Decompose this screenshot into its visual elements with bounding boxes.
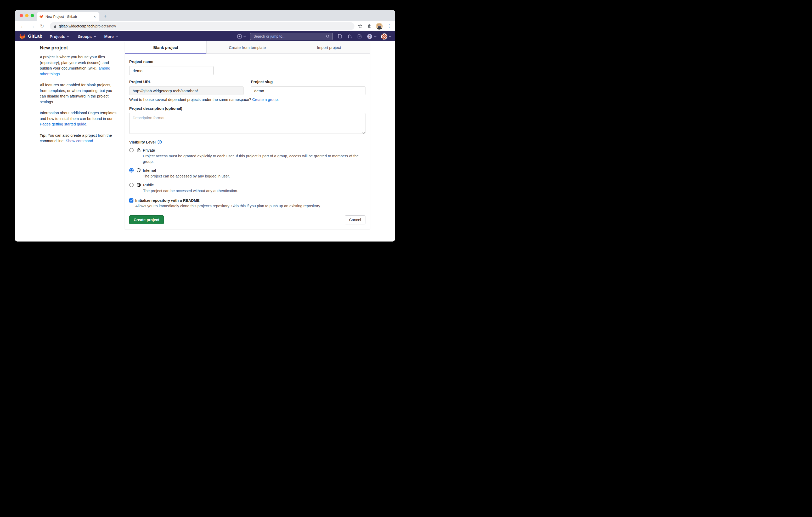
zoom-window-button[interactable]	[31, 14, 34, 17]
create-a-group-link[interactable]: Create a group.	[252, 97, 279, 102]
create-project-button[interactable]: Create project	[129, 215, 164, 224]
project-url-input[interactable]	[129, 86, 243, 95]
menu-projects[interactable]: Projects	[50, 34, 69, 39]
sidebar-p1-period: .	[60, 72, 61, 76]
chevron-down-icon	[374, 35, 377, 37]
visibility-level-header: Visibility Level ?	[129, 140, 366, 144]
project-url-label: Project URL	[129, 80, 243, 84]
description-group: Project description (optional)	[129, 107, 366, 135]
address-bar[interactable]: gitlab.widgetcorp.tech/projects/new	[50, 22, 354, 30]
browser-menu-kebab-icon[interactable]: ⋮	[387, 23, 392, 29]
new-tab-button[interactable]: +	[102, 13, 108, 19]
gitlab-navbar: GitLab Projects Groups More	[15, 31, 395, 41]
search-input[interactable]	[253, 34, 326, 39]
sidebar-p3-text: Information about additional Pages templ…	[40, 111, 116, 121]
sidebar-paragraph-1: A project is where you house your files …	[40, 54, 118, 77]
close-window-button[interactable]	[20, 14, 23, 17]
back-icon[interactable]: ←	[18, 24, 27, 29]
visibility-option-private[interactable]: Private Project access must be granted e…	[129, 148, 366, 164]
public-option-label: Public	[143, 182, 238, 187]
menu-groups-label: Groups	[78, 34, 92, 39]
project-slug-input[interactable]	[251, 86, 366, 95]
tab-import-project[interactable]: Import project	[288, 41, 370, 54]
form-actions: Create project Cancel	[129, 215, 366, 224]
url-lock-icon[interactable]	[53, 24, 57, 28]
sidebar-p3-period: .	[86, 122, 87, 126]
internal-radio[interactable]	[129, 168, 134, 173]
help-icon: ?	[367, 34, 373, 39]
screenshot-root: New Project · GitLab × + ← → ↻ gitlab.wi…	[0, 0, 406, 258]
visibility-help-icon[interactable]: ?	[157, 140, 162, 144]
menu-more[interactable]: More	[105, 34, 117, 39]
namespace-hint: Want to house several dependent projects…	[129, 97, 366, 102]
private-option-desc: Project access must be granted explicitl…	[143, 153, 362, 164]
browser-profile-avatar[interactable]	[376, 23, 383, 30]
project-slug-group: Project slug	[251, 80, 366, 95]
navbar-right-cluster: ?	[237, 31, 391, 41]
pages-guide-link[interactable]: Pages getting started guide	[40, 122, 86, 126]
sidebar-paragraph-2: All features are enabled for blank proje…	[40, 82, 118, 105]
project-description-textarea[interactable]	[129, 113, 366, 134]
blank-project-form: Project name Project URL Project slug Wa…	[125, 54, 370, 229]
user-menu[interactable]	[381, 33, 391, 40]
todos-icon[interactable]	[357, 34, 362, 39]
menu-more-label: More	[105, 34, 114, 39]
internal-option-label: Internal	[143, 168, 230, 173]
svg-text:?: ?	[369, 34, 371, 38]
public-option-desc: The project can be accessed without any …	[143, 188, 238, 194]
gitlab-brand[interactable]: GitLab	[19, 33, 42, 40]
global-search[interactable]	[250, 33, 333, 40]
visibility-level-label: Visibility Level	[129, 140, 156, 144]
readme-desc: Allows you to immediately clone this pro…	[135, 204, 366, 208]
url-path: /projects/new	[94, 24, 116, 28]
toolbar-right-icons: ⋮	[357, 23, 393, 30]
project-name-label: Project name	[129, 60, 366, 64]
bookmark-star-icon[interactable]	[357, 24, 362, 29]
chevron-down-icon	[67, 35, 69, 37]
tip-label: Tip:	[40, 133, 47, 138]
public-radio[interactable]	[129, 183, 134, 187]
search-icon	[326, 34, 330, 38]
merge-requests-icon[interactable]	[347, 34, 352, 39]
show-command-link[interactable]: Show command	[66, 139, 93, 143]
visibility-option-public[interactable]: Public The project can be accessed witho…	[129, 182, 366, 194]
private-option-label: Private	[143, 148, 362, 153]
svg-text:?: ?	[159, 141, 161, 144]
tab-create-from-template[interactable]: Create from template	[206, 41, 288, 54]
menu-groups[interactable]: Groups	[78, 34, 95, 39]
help-menu[interactable]: ?	[367, 34, 376, 39]
extensions-puzzle-icon[interactable]	[367, 24, 372, 29]
namespace-hint-text: Want to house several dependent projects…	[129, 97, 252, 102]
gitlab-favicon-icon	[39, 14, 44, 19]
page-title: New project	[40, 45, 118, 51]
browser-window: New Project · GitLab × + ← → ↻ gitlab.wi…	[15, 10, 395, 242]
sidebar-paragraph-3: Information about additional Pages templ…	[40, 110, 118, 127]
page-content: New project A project is where you house…	[15, 41, 395, 242]
readme-checkbox[interactable]	[129, 199, 134, 203]
forward-icon: →	[27, 24, 37, 29]
macos-window-controls	[20, 14, 34, 17]
project-description-label: Project description (optional)	[129, 107, 366, 111]
shield-icon	[137, 168, 141, 173]
project-name-input[interactable]	[129, 66, 214, 75]
readme-group: Initialize repository with a README Allo…	[129, 199, 366, 208]
cancel-button[interactable]: Cancel	[345, 215, 366, 224]
gitlab-brand-label: GitLab	[28, 34, 42, 39]
reload-icon[interactable]: ↻	[37, 24, 47, 29]
tab-close-icon[interactable]: ×	[92, 14, 97, 19]
user-avatar	[381, 33, 387, 40]
visibility-option-internal[interactable]: Internal The project can be accessed by …	[129, 168, 366, 179]
new-item-menu[interactable]	[237, 34, 245, 39]
tab-blank-project[interactable]: Blank project	[125, 41, 206, 54]
minimize-window-button[interactable]	[25, 14, 29, 17]
plus-square-icon	[237, 34, 242, 39]
tab-title: New Project · GitLab	[46, 14, 92, 19]
private-radio[interactable]	[129, 148, 134, 152]
issues-icon[interactable]	[338, 34, 342, 39]
project-slug-label: Project slug	[251, 80, 366, 84]
browser-tab[interactable]: New Project · GitLab ×	[37, 12, 99, 21]
gitlab-logo-icon	[19, 33, 26, 40]
chevron-down-icon	[115, 35, 118, 37]
project-url-group: Project URL	[129, 80, 243, 95]
readme-label: Initialize repository with a README	[135, 199, 200, 203]
